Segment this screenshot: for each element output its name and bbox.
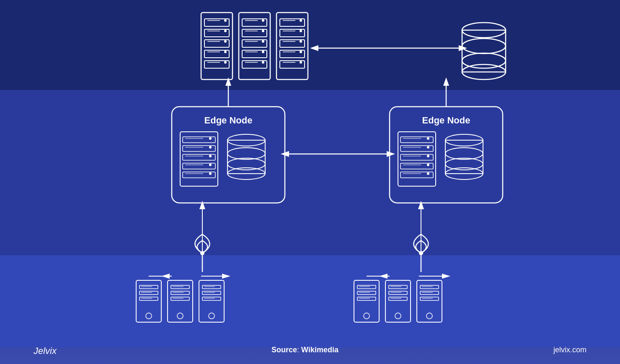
svg-point-18 xyxy=(224,61,227,64)
svg-point-72 xyxy=(209,137,212,140)
svg-text:Edge Node: Edge Node xyxy=(204,115,253,126)
svg-point-14 xyxy=(224,19,227,22)
svg-point-49 xyxy=(300,51,302,53)
svg-point-75 xyxy=(209,164,212,166)
footer-source-value: Wikimedia xyxy=(301,346,338,354)
footer: Jelvix Source: Wikimedia jelvix.com xyxy=(0,346,620,356)
svg-point-16 xyxy=(224,40,227,43)
svg-point-99 xyxy=(427,172,429,175)
svg-point-95 xyxy=(427,137,429,140)
svg-point-50 xyxy=(300,61,302,64)
svg-point-96 xyxy=(427,146,429,149)
svg-point-30 xyxy=(262,19,264,22)
footer-brand: Jelvix xyxy=(34,346,57,356)
svg-rect-2 xyxy=(0,255,620,347)
svg-rect-1 xyxy=(0,90,620,255)
svg-point-74 xyxy=(209,155,212,157)
footer-source-label: Source xyxy=(271,346,297,354)
main-container: CLOUD EDGE Service delivery Computing of… xyxy=(0,0,620,364)
svg-point-97 xyxy=(427,155,429,157)
svg-point-17 xyxy=(224,51,227,53)
svg-point-98 xyxy=(427,164,429,166)
architecture-diagram: Edge Node xyxy=(0,0,620,364)
svg-point-34 xyxy=(262,61,264,64)
svg-text:Edge Node: Edge Node xyxy=(422,115,470,126)
svg-point-76 xyxy=(209,172,212,175)
svg-point-31 xyxy=(262,30,264,32)
svg-rect-0 xyxy=(0,0,620,90)
footer-source: Source: Wikimedia xyxy=(271,346,338,356)
svg-point-48 xyxy=(300,40,302,43)
svg-point-47 xyxy=(300,30,302,32)
svg-point-32 xyxy=(262,40,264,43)
svg-point-33 xyxy=(262,51,264,53)
footer-url: jelvix.com xyxy=(553,346,586,356)
svg-point-73 xyxy=(209,146,212,149)
svg-point-15 xyxy=(224,30,227,32)
svg-point-46 xyxy=(300,19,302,22)
